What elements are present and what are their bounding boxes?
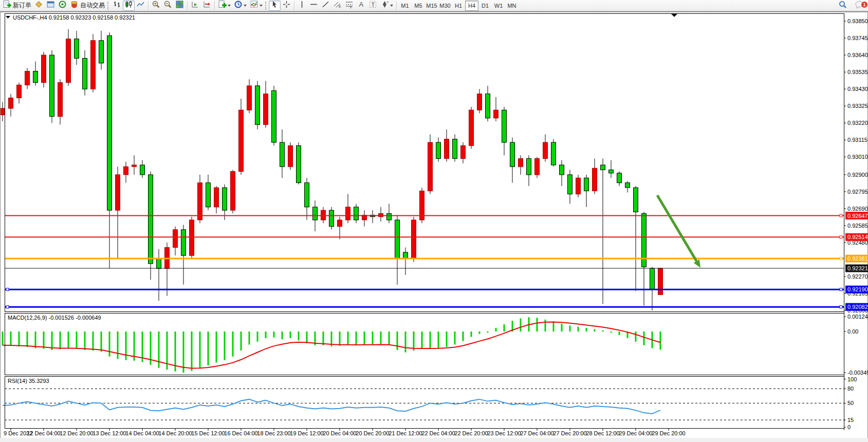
tile-windows-button[interactable] bbox=[174, 1, 186, 11]
toolbar-separator bbox=[214, 1, 215, 10]
candle bbox=[149, 175, 153, 264]
candle bbox=[42, 55, 46, 83]
macd-histogram-bar bbox=[471, 332, 472, 337]
macd-histogram-bar bbox=[10, 332, 12, 346]
candle bbox=[239, 110, 244, 172]
time-axis-label: 22 Dec 20:00 bbox=[454, 430, 488, 436]
fibonacci-tool[interactable]: F bbox=[343, 1, 355, 11]
auto-scroll-button[interactable] bbox=[189, 1, 201, 11]
text-tool[interactable]: A bbox=[355, 1, 367, 11]
macd-histogram-bar bbox=[60, 332, 61, 349]
level-anchor[interactable] bbox=[6, 306, 9, 308]
chart-shift-marker[interactable] bbox=[671, 14, 677, 17]
arrows-tool[interactable] bbox=[379, 1, 395, 11]
horizontal-line-tool[interactable] bbox=[308, 1, 320, 11]
zoom-out-button[interactable] bbox=[162, 1, 174, 11]
rsi-line bbox=[3, 399, 660, 414]
timeframe-m30[interactable]: M30 bbox=[438, 1, 452, 11]
price-level-badge-label: 0.92381 bbox=[847, 255, 868, 262]
candle bbox=[9, 98, 13, 108]
timeframe-mn[interactable]: MN bbox=[505, 1, 519, 11]
signals-button[interactable] bbox=[57, 1, 68, 11]
notifications-button[interactable]: 1 bbox=[853, 1, 866, 11]
data-window-icon bbox=[46, 0, 55, 11]
candle bbox=[107, 35, 112, 210]
time-axis-label: 14 Dec 20:00 bbox=[158, 430, 192, 436]
candle bbox=[132, 165, 137, 167]
symbol-dropdown-icon[interactable] bbox=[6, 16, 10, 19]
trend-arrow[interactable] bbox=[657, 195, 700, 268]
macd-histogram-bar bbox=[19, 332, 20, 346]
market-watch-button[interactable] bbox=[33, 1, 45, 11]
indicators-button[interactable] bbox=[248, 1, 264, 11]
vertical-line-tool[interactable] bbox=[296, 1, 308, 11]
candle bbox=[634, 188, 638, 212]
periods-button[interactable] bbox=[232, 1, 248, 11]
timeframe-m1[interactable]: M1 bbox=[398, 1, 412, 11]
candle bbox=[338, 220, 342, 227]
indicators-dropdown[interactable] bbox=[260, 5, 263, 7]
timeframe-w1[interactable]: W1 bbox=[492, 1, 505, 11]
level-anchor[interactable] bbox=[840, 214, 842, 217]
periods-dropdown[interactable] bbox=[244, 5, 247, 7]
macd-histogram-bar bbox=[553, 321, 555, 332]
level-anchor[interactable] bbox=[840, 257, 842, 260]
price-axis[interactable]: 0.938500.937450.936400.935350.934300.933… bbox=[844, 13, 868, 430]
new-chart-dropdown[interactable] bbox=[228, 5, 231, 7]
chart-shift-icon bbox=[202, 0, 211, 11]
timeframe-m5[interactable]: M5 bbox=[412, 1, 425, 11]
macd-histogram-bar bbox=[586, 328, 587, 332]
candlestick-chart-button[interactable] bbox=[123, 1, 135, 11]
new-chart-button[interactable] bbox=[216, 1, 232, 11]
macd-histogram-bar bbox=[413, 332, 415, 351]
candle bbox=[477, 94, 482, 110]
chart-shift-button[interactable] bbox=[201, 1, 213, 11]
cursor-tool-button[interactable] bbox=[269, 1, 281, 11]
candle bbox=[527, 159, 531, 175]
candle bbox=[75, 39, 79, 59]
auto-trading-label: 自动交易 bbox=[80, 1, 105, 10]
macd-histogram-bar bbox=[405, 332, 407, 353]
timeframe-m15[interactable]: M15 bbox=[425, 1, 438, 11]
zoom-in-button[interactable] bbox=[150, 1, 162, 11]
crosshair-tool-button[interactable] bbox=[281, 1, 292, 11]
trendline-tool[interactable] bbox=[320, 1, 331, 11]
macd-histogram-bar bbox=[438, 332, 439, 348]
time-axis[interactable]: 9 Dec 202212 Dec 04:0012 Dec 20:0013 Dec… bbox=[4, 428, 686, 436]
candle bbox=[535, 159, 540, 175]
price-level-badge-label: 0.92321 bbox=[847, 265, 868, 271]
svg-text:A: A bbox=[359, 1, 364, 8]
candle bbox=[99, 41, 104, 63]
timeframe-h1[interactable]: H1 bbox=[452, 1, 465, 11]
timeframe-h4[interactable]: H4 bbox=[465, 1, 478, 11]
timeframe-d1[interactable]: D1 bbox=[478, 1, 492, 11]
level-anchor[interactable] bbox=[840, 288, 842, 291]
macd-histogram-bar bbox=[68, 332, 69, 348]
macd-histogram-bar bbox=[249, 332, 250, 345]
auto-trading-button[interactable]: 自动交易 bbox=[68, 1, 106, 11]
rsi-axis-label: 80 bbox=[847, 385, 854, 392]
candle bbox=[58, 83, 63, 117]
level-anchor[interactable] bbox=[6, 288, 9, 291]
text-label-tool[interactable]: T bbox=[367, 1, 379, 11]
candle bbox=[190, 220, 194, 255]
line-chart-button[interactable] bbox=[135, 1, 146, 11]
price-level-badge-label: 0.92190 bbox=[847, 286, 868, 292]
price-tick-label: 0.93850 bbox=[847, 18, 868, 24]
candle bbox=[198, 183, 202, 220]
search-button[interactable] bbox=[837, 1, 849, 11]
candle bbox=[625, 183, 630, 188]
toolbar-grip bbox=[265, 2, 267, 10]
rsi-axis-label: 100 bbox=[847, 376, 857, 382]
channel-tool[interactable]: E bbox=[331, 1, 343, 11]
new-order-button[interactable]: 新订单 bbox=[1, 1, 33, 11]
level-anchor[interactable] bbox=[840, 306, 842, 308]
bar-chart-button[interactable] bbox=[111, 1, 123, 11]
data-window-button[interactable] bbox=[45, 1, 57, 11]
macd-histogram-bar bbox=[643, 332, 645, 345]
arrows-dropdown[interactable] bbox=[390, 5, 393, 7]
price-chart[interactable]: 0.938500.937450.936400.935350.934300.933… bbox=[1, 12, 868, 438]
candle bbox=[502, 110, 507, 142]
level-anchor[interactable] bbox=[840, 236, 842, 238]
notification-badge: 1 bbox=[861, 2, 867, 8]
